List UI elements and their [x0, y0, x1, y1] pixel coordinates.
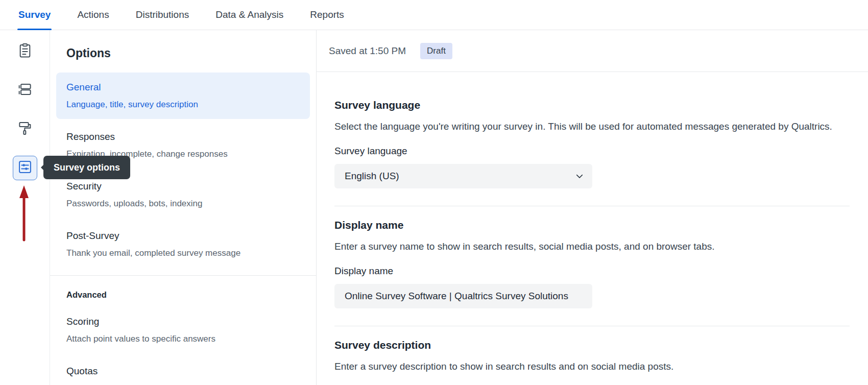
paint-roller-icon — [17, 120, 33, 138]
main-header: Saved at 1:50 PM Draft — [317, 30, 868, 72]
survey-options-tooltip: Survey options — [43, 156, 130, 179]
survey-builder-button[interactable] — [13, 39, 37, 64]
sliders-icon — [17, 159, 33, 177]
saved-status: Saved at 1:50 PM — [329, 45, 406, 57]
tab-reports[interactable]: Reports — [310, 0, 344, 30]
blocks-icon — [17, 81, 33, 100]
tab-distributions[interactable]: Distributions — [136, 0, 189, 30]
survey-language-field-label: Survey language — [334, 145, 850, 157]
chevron-down-icon — [575, 172, 584, 181]
tab-actions[interactable]: Actions — [77, 0, 109, 30]
options-panel: Options General Language, title, survey … — [50, 30, 317, 385]
survey-language-heading: Survey language — [334, 99, 850, 112]
survey-language-selected-value: English (US) — [345, 171, 399, 182]
options-item-description: Thank you email, completed survey messag… — [66, 248, 300, 258]
options-item-post-survey[interactable]: Post-Survey Thank you email, completed s… — [56, 221, 310, 268]
panel-divider — [50, 275, 316, 276]
section-divider — [334, 206, 850, 206]
top-nav: Survey Actions Distributions Data & Anal… — [0, 0, 868, 30]
display-name-input[interactable] — [334, 284, 592, 308]
display-name-heading: Display name — [334, 219, 850, 232]
tab-data-analysis[interactable]: Data & Analysis — [215, 0, 283, 30]
options-item-general[interactable]: General Language, title, survey descript… — [56, 73, 310, 119]
annotation-arrow-icon — [17, 183, 31, 245]
options-item-label: Quotas — [66, 365, 300, 377]
options-item-description: Language, title, survey description — [66, 99, 300, 110]
options-item-label: General — [66, 81, 300, 93]
main-content: Saved at 1:50 PM Draft Survey language S… — [317, 30, 868, 385]
options-item-quotas[interactable]: Quotas — [56, 356, 310, 385]
options-item-label: Scoring — [66, 316, 300, 328]
survey-description-description: Enter a survey description to show in se… — [334, 359, 837, 374]
survey-options-button[interactable] — [13, 156, 37, 180]
options-item-scoring[interactable]: Scoring Attach point values to specific … — [56, 307, 310, 353]
tab-survey[interactable]: Survey — [18, 0, 51, 30]
options-item-label: Post-Survey — [66, 230, 300, 242]
display-name-description: Enter a survey name to show in search re… — [334, 239, 837, 254]
look-feel-button[interactable] — [13, 117, 37, 141]
status-badge: Draft — [420, 43, 452, 59]
advanced-section-header: Advanced — [66, 290, 316, 300]
clipboard-icon — [17, 42, 33, 61]
section-divider — [334, 326, 850, 326]
options-item-label: Responses — [66, 131, 300, 143]
options-item-description: Passwords, uploads, bots, indexing — [66, 198, 300, 209]
options-item-label: Security — [66, 180, 300, 192]
blocks-button[interactable] — [13, 78, 37, 103]
display-name-field-label: Display name — [334, 265, 850, 277]
options-item-description: Attach point values to specific answers — [66, 333, 300, 344]
survey-language-description: Select the language you're writing your … — [334, 119, 837, 134]
options-panel-title: Options — [66, 46, 316, 60]
survey-description-heading: Survey description — [334, 339, 850, 352]
survey-language-dropdown[interactable]: English (US) — [334, 164, 592, 188]
